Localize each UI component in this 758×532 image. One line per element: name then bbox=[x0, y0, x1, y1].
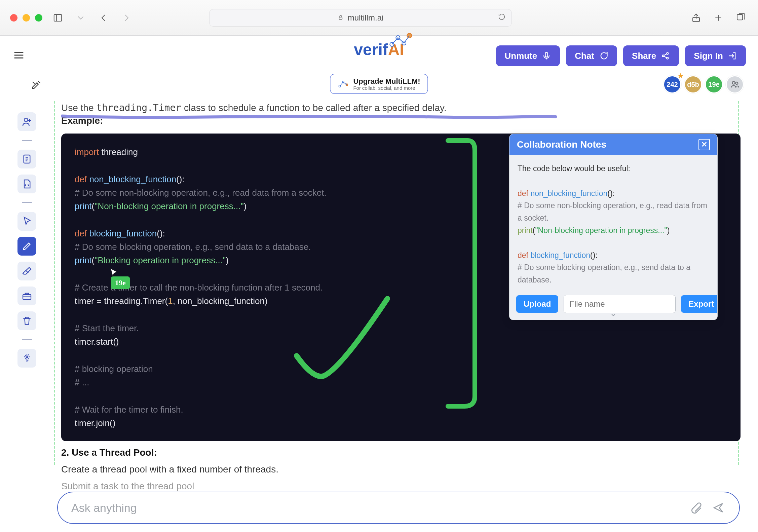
unmute-button[interactable]: Unmute bbox=[496, 45, 560, 66]
avatar-label: 242 bbox=[667, 81, 678, 88]
share-button[interactable]: Share bbox=[623, 45, 679, 66]
rail-separator bbox=[22, 339, 32, 340]
chevron-down-icon[interactable] bbox=[73, 11, 88, 25]
avatar-242[interactable]: 242 ★ bbox=[663, 75, 681, 93]
collab-notes-panel: Collaboration Notes ✕ The code below wou… bbox=[509, 134, 718, 320]
upgrade-subtitle: For collab, social, and more bbox=[353, 85, 420, 91]
signin-label: Sign In bbox=[694, 51, 723, 61]
signin-button[interactable]: Sign In bbox=[685, 45, 746, 66]
example-label: Example: bbox=[54, 115, 750, 126]
upgrade-pill[interactable]: Upgrade MultiLLM! For collab, social, an… bbox=[330, 74, 428, 94]
annotation-rail bbox=[0, 101, 54, 532]
svg-rect-0 bbox=[54, 14, 62, 21]
chat-bubble-icon bbox=[599, 51, 608, 61]
svg-rect-4 bbox=[545, 52, 548, 57]
share-label: Share bbox=[632, 51, 656, 61]
safari-right-icons bbox=[689, 11, 748, 25]
rail-add-user-icon[interactable] bbox=[17, 112, 36, 131]
svg-point-20 bbox=[26, 356, 28, 357]
new-tab-icon[interactable] bbox=[711, 11, 726, 25]
collab-notes-header[interactable]: Collaboration Notes ✕ bbox=[509, 134, 717, 155]
share-nodes-icon bbox=[661, 51, 670, 61]
lock-icon bbox=[338, 13, 344, 23]
upgrade-title: Upgrade MultiLLM! bbox=[353, 77, 420, 86]
rail-trash-icon[interactable] bbox=[17, 311, 36, 330]
chat-label: Chat bbox=[575, 51, 594, 61]
nav-forward-icon[interactable] bbox=[119, 11, 134, 25]
app-logo[interactable]: verifAI bbox=[354, 40, 404, 59]
cursor-tag: 19e bbox=[111, 276, 130, 289]
attach-icon[interactable] bbox=[688, 500, 704, 516]
annotation-boundary-left bbox=[54, 101, 55, 465]
sidebar-toggle-icon[interactable] bbox=[50, 11, 65, 25]
window-traffic-lights bbox=[10, 14, 42, 22]
upload-button[interactable]: Upload bbox=[516, 295, 558, 313]
ask-bar[interactable] bbox=[57, 492, 740, 524]
rail-eraser-icon[interactable] bbox=[17, 262, 36, 280]
minimize-window-dot[interactable] bbox=[23, 14, 30, 22]
avatar-label: 19e bbox=[708, 81, 719, 88]
unmute-label: Unmute bbox=[505, 51, 537, 61]
url-bar[interactable]: multillm.ai bbox=[209, 9, 512, 27]
upgrade-graph-icon bbox=[338, 79, 349, 89]
rail-toolbox-icon[interactable] bbox=[17, 287, 36, 305]
rail-separator bbox=[22, 140, 32, 141]
hamburger-icon[interactable] bbox=[12, 48, 26, 63]
section-2-heading: 2. Use a Thread Pool: bbox=[54, 447, 750, 458]
share-icon[interactable] bbox=[689, 11, 704, 25]
close-window-dot[interactable] bbox=[10, 14, 17, 22]
export-button[interactable]: Export bbox=[681, 295, 718, 313]
avatar-19e[interactable]: 19e bbox=[705, 75, 723, 93]
close-icon[interactable]: ✕ bbox=[698, 139, 710, 150]
svg-rect-3 bbox=[737, 14, 743, 20]
safari-toolbar: multillm.ai bbox=[0, 0, 758, 36]
reload-icon[interactable] bbox=[498, 13, 505, 23]
check-annotation bbox=[290, 292, 397, 396]
rail-cursor-icon[interactable] bbox=[17, 212, 36, 231]
intro-text: Use the threading.Timer class to schedul… bbox=[54, 101, 750, 113]
svg-point-6 bbox=[667, 52, 669, 54]
svg-point-15 bbox=[732, 81, 735, 84]
zoom-window-dot[interactable] bbox=[35, 14, 42, 22]
header-actions: Unmute Chat Share Sign In bbox=[496, 45, 746, 66]
avatar-d5b[interactable]: d5b bbox=[684, 75, 702, 93]
collab-cursor-19e: 19e bbox=[109, 268, 130, 289]
chat-content: Use the threading.Timer class to schedul… bbox=[54, 101, 758, 532]
rail-code-doc-icon[interactable] bbox=[17, 175, 36, 193]
signin-icon bbox=[728, 51, 737, 61]
mic-icon bbox=[542, 51, 551, 61]
rail-separator bbox=[22, 202, 32, 203]
svg-point-17 bbox=[24, 118, 28, 122]
collab-notes-body[interactable]: The code below would be useful: def non_… bbox=[509, 155, 717, 290]
logo-graph-icon bbox=[388, 31, 414, 50]
section-2-line1: Create a thread pool with a fixed number… bbox=[54, 464, 750, 475]
nav-back-icon[interactable] bbox=[96, 11, 111, 25]
tools-icon[interactable] bbox=[30, 79, 42, 92]
avatar-group-icon[interactable] bbox=[726, 75, 744, 93]
chevron-right-icon[interactable]: › bbox=[716, 227, 718, 237]
section-2-line2: Submit a task to the thread pool bbox=[54, 481, 750, 492]
chat-button[interactable]: Chat bbox=[566, 45, 617, 66]
ask-bar-wrap bbox=[57, 492, 740, 524]
file-name-input[interactable] bbox=[564, 295, 676, 313]
ask-input[interactable] bbox=[71, 501, 688, 515]
rail-notes-icon[interactable] bbox=[17, 150, 36, 168]
svg-point-16 bbox=[735, 82, 738, 84]
svg-rect-1 bbox=[339, 17, 342, 20]
star-icon: ★ bbox=[678, 72, 684, 80]
svg-point-7 bbox=[667, 57, 669, 59]
avatar-label: d5b bbox=[687, 81, 699, 88]
bracket-annotation bbox=[441, 137, 482, 417]
tabs-overview-icon[interactable] bbox=[733, 11, 748, 25]
rail-pencil-icon[interactable] bbox=[17, 237, 36, 256]
presence-avatars: 242 ★ d5b 19e bbox=[663, 75, 744, 93]
url-text: multillm.ai bbox=[348, 13, 384, 23]
chevron-down-icon[interactable]: ⌄ bbox=[610, 308, 617, 318]
send-icon[interactable] bbox=[710, 500, 726, 516]
svg-point-5 bbox=[662, 55, 664, 56]
collab-title: Collaboration Notes bbox=[517, 139, 606, 150]
rail-touch-icon[interactable] bbox=[17, 349, 36, 368]
